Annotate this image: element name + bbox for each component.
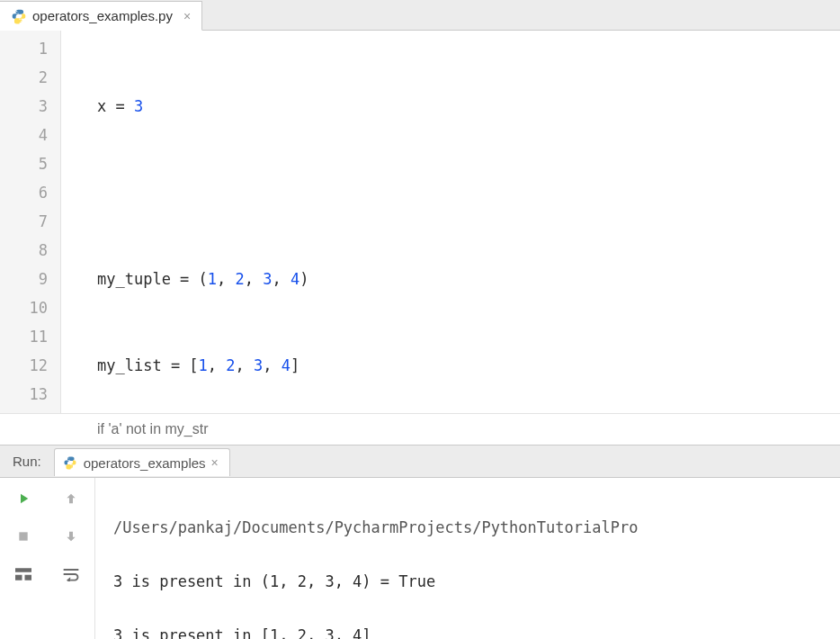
svg-rect-2	[15, 575, 22, 580]
line-number: 12	[0, 351, 48, 380]
line-number: 3	[0, 92, 48, 121]
line-number: 11	[0, 322, 48, 351]
stop-button[interactable]	[12, 525, 35, 548]
editor-tab-label: operators_examples.py	[32, 8, 173, 23]
layout-button[interactable]	[12, 562, 35, 586]
line-number: 13	[0, 380, 48, 409]
line-number: 5	[0, 149, 48, 178]
close-icon[interactable]: ×	[211, 455, 219, 470]
code-content[interactable]: x = 3 my_tuple = (1, 2, 3, 4) my_list = …	[61, 31, 840, 413]
code-editor[interactable]: 1 2 3 4 5 6 7 8 9 10 11 12 13 x = 3 my_t…	[0, 31, 840, 413]
down-arrow-icon[interactable]	[59, 525, 83, 548]
python-run-icon	[62, 454, 78, 471]
line-number: 4	[0, 121, 48, 149]
rerun-button[interactable]	[12, 487, 35, 510]
line-number: 9	[0, 265, 48, 293]
line-number: 2	[0, 63, 48, 92]
close-icon[interactable]: ×	[183, 9, 191, 23]
run-tab[interactable]: operators_examples ×	[54, 448, 230, 476]
run-output[interactable]: /Users/pankaj/Documents/PycharmProjects/…	[95, 478, 840, 639]
svg-rect-0	[20, 532, 28, 540]
output-line: 3 is present in (1, 2, 3, 4) = True	[113, 568, 840, 595]
code-line	[97, 178, 840, 207]
run-toolbar	[0, 478, 95, 639]
line-number-gutter: 1 2 3 4 5 6 7 8 9 10 11 12 13	[0, 31, 61, 413]
line-number: 7	[0, 207, 48, 236]
breadcrumb[interactable]: if 'a' not in my_str	[0, 413, 840, 446]
line-number: 1	[0, 34, 48, 63]
output-line: 3 is present in [1, 2, 3, 4]	[113, 622, 840, 639]
editor-tab-bar: operators_examples.py ×	[0, 0, 840, 31]
run-label: Run:	[13, 454, 41, 469]
run-tool-window: /Users/pankaj/Documents/PycharmProjects/…	[0, 478, 840, 639]
line-number: 6	[0, 178, 48, 207]
output-line: /Users/pankaj/Documents/PycharmProjects/…	[113, 514, 840, 541]
soft-wrap-icon[interactable]	[59, 562, 83, 586]
up-arrow-icon[interactable]	[59, 487, 83, 510]
python-file-icon	[11, 8, 27, 24]
editor-tab[interactable]: operators_examples.py ×	[0, 1, 202, 31]
code-line: my_tuple = (1, 2, 3, 4)	[97, 265, 840, 293]
svg-rect-3	[25, 575, 32, 580]
svg-rect-1	[15, 568, 31, 572]
line-number: 10	[0, 293, 48, 322]
code-line: my_list = [1, 2, 3, 4]	[97, 351, 840, 380]
run-tab-label: operators_examples	[84, 455, 206, 471]
run-tool-header: Run: operators_examples ×	[0, 446, 840, 478]
code-line: x = 3	[97, 92, 840, 121]
breadcrumb-text: if 'a' not in my_str	[97, 421, 208, 437]
line-number: 8	[0, 236, 48, 265]
